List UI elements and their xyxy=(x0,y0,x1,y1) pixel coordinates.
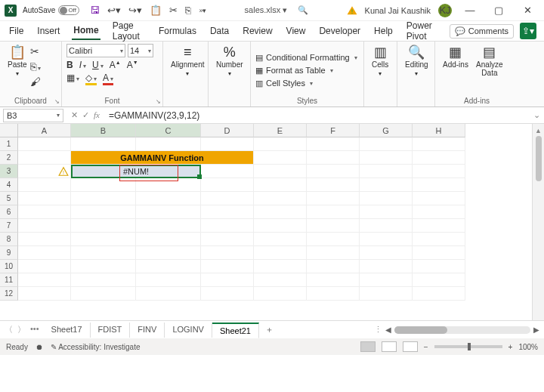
font-size-select[interactable]: 14▾ xyxy=(128,44,153,57)
tab-file[interactable]: File xyxy=(8,23,25,39)
qat-more-icon[interactable]: »▾ xyxy=(199,7,206,14)
error-indicator-icon[interactable]: ! xyxy=(58,166,69,177)
zoom-out-button[interactable]: − xyxy=(424,343,428,351)
font-color-icon[interactable]: A xyxy=(103,73,113,85)
col-header-A[interactable]: A xyxy=(18,124,71,137)
cell-E1[interactable] xyxy=(254,137,307,151)
zoom-level[interactable]: 100% xyxy=(518,343,538,351)
cell-C1[interactable] xyxy=(136,137,201,151)
cells-button[interactable]: ▥Cells▾ xyxy=(369,44,391,79)
cell-B3-C3-selection[interactable]: #NUM! xyxy=(71,165,201,178)
col-header-F[interactable]: F xyxy=(307,124,360,137)
vertical-scrollbar[interactable]: ▲ xyxy=(532,124,544,320)
add-ins-button[interactable]: ▦Add-ins xyxy=(440,44,471,70)
row-header-1[interactable]: 1 xyxy=(0,137,18,151)
sheet-tab-sheet17[interactable]: Sheet17 xyxy=(44,323,91,338)
cell-D1[interactable] xyxy=(201,137,254,151)
italic-button[interactable]: I xyxy=(79,60,86,70)
sheet-tab-sheet21[interactable]: Sheet21 xyxy=(212,323,259,338)
close-button[interactable]: ✕ xyxy=(517,5,538,16)
row-header-6[interactable]: 6 xyxy=(0,205,18,219)
sheet-tab-fdist[interactable]: FDIST xyxy=(91,323,131,338)
cell-H3[interactable] xyxy=(413,165,465,178)
tab-review[interactable]: Review xyxy=(241,23,274,39)
tab-insert[interactable]: Insert xyxy=(36,23,61,39)
sheet-tab-finv[interactable]: FINV xyxy=(130,323,165,338)
conditional-formatting-button[interactable]: ▤ Conditional Formatting xyxy=(255,53,357,63)
minimize-button[interactable]: — xyxy=(459,5,481,16)
col-header-H[interactable]: H xyxy=(413,124,465,137)
font-name-select[interactable]: Calibri▾ xyxy=(66,44,125,57)
cell-A1[interactable] xyxy=(18,137,71,151)
cell-F3[interactable] xyxy=(307,165,360,178)
col-header-D[interactable]: D xyxy=(201,124,254,137)
underline-button[interactable]: U xyxy=(92,60,104,70)
view-page-break-button[interactable] xyxy=(403,341,418,352)
cell-G2[interactable] xyxy=(360,151,413,165)
sheet-nav-more-icon[interactable]: ••• xyxy=(30,324,39,335)
share-button[interactable]: ⇪▾ xyxy=(520,23,536,39)
tab-data[interactable]: Data xyxy=(209,23,230,39)
cell-F1[interactable] xyxy=(307,137,360,151)
fx-icon[interactable]: fx xyxy=(94,110,100,120)
cell-D3[interactable] xyxy=(201,165,254,178)
fill-handle[interactable] xyxy=(197,174,202,179)
cell-E3[interactable] xyxy=(254,165,307,178)
name-box[interactable]: B3▾ xyxy=(3,109,63,122)
borders-icon[interactable]: ▦ xyxy=(66,73,79,85)
save-icon[interactable]: 🖫 xyxy=(90,5,100,16)
format-painter-icon[interactable]: 🖌 xyxy=(30,76,41,88)
sheet-nav-next-icon[interactable]: 〉 xyxy=(17,324,26,335)
view-page-layout-button[interactable] xyxy=(382,341,397,352)
sheet-tab-loginv[interactable]: LOGINV xyxy=(165,323,212,338)
cell-A3[interactable]: ! xyxy=(18,165,71,178)
maximize-button[interactable]: ▢ xyxy=(488,5,509,16)
row-header-4[interactable]: 4 xyxy=(0,178,18,192)
view-normal-button[interactable] xyxy=(360,341,376,352)
tab-page-layout[interactable]: Page Layout xyxy=(111,17,147,45)
row-header-10[interactable]: 10 xyxy=(0,260,18,273)
cell-styles-button[interactable]: ▥ Cell Styles xyxy=(255,79,313,88)
row-header-3[interactable]: 3 xyxy=(0,165,18,178)
sheet-nav-prev-icon[interactable]: 〈 xyxy=(5,324,13,335)
row-header-11[interactable]: 11 xyxy=(0,273,18,287)
copy-icon[interactable]: ⎘ xyxy=(30,60,41,73)
cell-H2[interactable] xyxy=(413,151,465,165)
row-header-5[interactable]: 5 xyxy=(0,192,18,205)
clipboard-launcher-icon[interactable]: ↘ xyxy=(54,98,60,105)
cell-F2[interactable] xyxy=(307,151,360,165)
col-header-B[interactable]: B xyxy=(71,124,136,137)
tab-power-pivot[interactable]: Power Pivot xyxy=(405,17,439,45)
tab-home[interactable]: Home xyxy=(72,22,100,40)
analyze-data-button[interactable]: ▤Analyze Data xyxy=(471,44,508,79)
formula-input[interactable]: =GAMMAINV(23,9,12) xyxy=(104,110,529,121)
add-sheet-button[interactable]: ＋ xyxy=(259,324,280,335)
copy-qat-icon[interactable]: ⎘ xyxy=(185,5,191,16)
row-header-2[interactable]: 2 xyxy=(0,151,18,165)
user-avatar[interactable]: KJ xyxy=(438,4,452,17)
row-header-8[interactable]: 8 xyxy=(0,233,18,246)
font-launcher-icon[interactable]: ↘ xyxy=(156,98,161,105)
cut-icon[interactable]: ✂ xyxy=(30,45,41,57)
number-button[interactable]: %Number▾ xyxy=(213,44,246,79)
increase-font-icon[interactable]: A▲ xyxy=(110,60,121,70)
cell-G1[interactable] xyxy=(360,137,413,151)
redo-icon[interactable]: ↪▾ xyxy=(128,5,142,16)
cancel-formula-icon[interactable]: ✕ xyxy=(71,110,78,120)
fill-color-icon[interactable]: ◇ xyxy=(85,73,97,85)
search-icon[interactable]: 🔍 xyxy=(298,5,308,15)
row-header-12[interactable]: 12 xyxy=(0,287,18,301)
format-as-table-button[interactable]: ▦ Format as Table xyxy=(255,66,333,76)
tab-help[interactable]: Help xyxy=(372,23,394,39)
cell-E2[interactable] xyxy=(254,151,307,165)
tab-formulas[interactable]: Formulas xyxy=(157,23,198,39)
col-header-G[interactable]: G xyxy=(360,124,413,137)
cell-B1[interactable] xyxy=(71,137,136,151)
col-header-E[interactable]: E xyxy=(254,124,307,137)
tab-developer[interactable]: Developer xyxy=(317,23,362,39)
horizontal-scrollbar[interactable]: ⋮◀▶ xyxy=(280,325,544,335)
expand-formula-bar-icon[interactable]: ⌄ xyxy=(529,110,544,120)
col-header-C[interactable]: C xyxy=(136,124,201,137)
tab-view[interactable]: View xyxy=(285,23,308,39)
cut-qat-icon[interactable]: ✂ xyxy=(169,5,178,16)
